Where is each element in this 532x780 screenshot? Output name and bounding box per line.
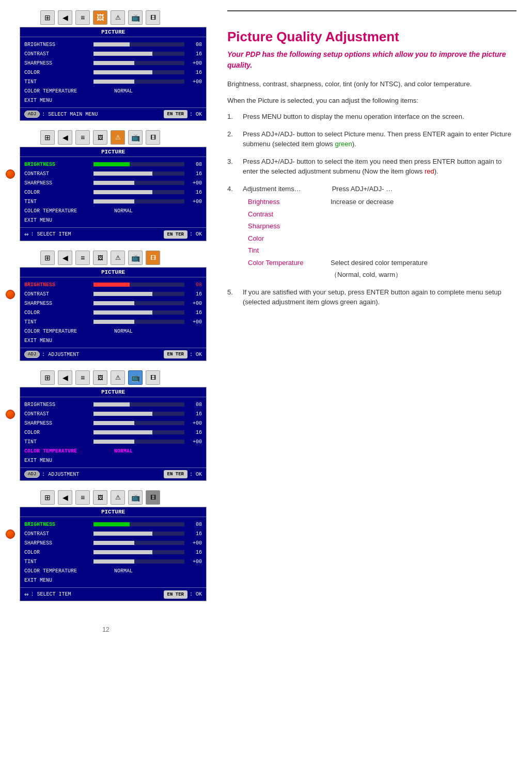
osd-indicator-2 bbox=[5, 130, 15, 179]
right-panel: Picture Quality Adjustment Your PDP has … bbox=[212, 0, 532, 780]
step-item-4: 4. Adjustment items… Press ADJ+/ADJ- … B… bbox=[227, 184, 517, 280]
icon-menu3: ≡ bbox=[75, 251, 90, 265]
indicator-circle-2 bbox=[6, 169, 15, 179]
left-panel: ⊞ ◀ ≡ 🖼 ⚠ 📺 🎞 PICTURE BRIGHTNESS08 CONTR… bbox=[0, 0, 212, 780]
subtitle: Your PDP has the following setup options… bbox=[227, 49, 517, 71]
osd-title-5: PICTURE bbox=[20, 507, 206, 517]
adjustment-table: Brightness Increase or decrease Contrast… bbox=[248, 197, 517, 280]
adj-item-brightness: Brightness bbox=[248, 197, 331, 207]
icon-bar-5: ⊞ ◀ ≡ 🖼 ⚠ 📺 🎞 bbox=[20, 490, 207, 505]
osd-rows-2: BRIGHTNESS08 CONTRAST16 SHARPNESS+00 COL… bbox=[20, 157, 206, 227]
osd-indicator-4 bbox=[5, 370, 15, 419]
osd-title-2: PICTURE bbox=[20, 147, 206, 157]
adj-header-press: Press ADJ+/ADJ- … bbox=[332, 184, 393, 194]
icon-position: ⊞ bbox=[40, 10, 55, 25]
icon-film5: 🎞 bbox=[146, 490, 160, 505]
step-item-2: 2. Press ADJ+/ADJ- button to select Pict… bbox=[227, 129, 517, 149]
osd-panel-5: PICTURE BRIGHTNESS08 CONTRAST16 SHARPNES… bbox=[20, 507, 207, 601]
adj-row-colortemp: Color Temperature Select desired color t… bbox=[248, 258, 517, 268]
osd-bottom-2: ⇔: SELECT ITEM EN TER: OK bbox=[20, 227, 206, 241]
osd-panel-1: PICTURE BRIGHTNESS08 CONTRAST16 SHARPNES… bbox=[20, 27, 207, 121]
step-content-5: If you are satisfied with your setup, pr… bbox=[243, 287, 517, 307]
step-item-3: 3. Press ADJ+/ADJ- button to select the … bbox=[227, 157, 517, 177]
step-num-1: 1. bbox=[227, 112, 238, 122]
osd-bottom-3: ADJ: ADJUSTMENT EN TER: OK bbox=[20, 348, 206, 361]
osd-section-4: ⊞ ◀ ≡ 🖼 ⚠ 📺 🎞 PICTURE BRIGHTNESS08 CONTR… bbox=[5, 370, 207, 481]
icon-back: ◀ bbox=[58, 10, 72, 25]
adj-row-brightness: Brightness Increase or decrease bbox=[248, 197, 517, 207]
icon-menu5: ≡ bbox=[75, 490, 90, 505]
icon-warn: ⚠ bbox=[111, 10, 125, 25]
osd-rows-3: BRIGHTNESS08 CONTRAST16 SHARPNESS+00 COL… bbox=[20, 277, 206, 348]
icon-pic5: 🖼 bbox=[93, 490, 107, 505]
step-num-4: 4. bbox=[227, 184, 238, 280]
adj-row-contrast: Contrast bbox=[248, 209, 517, 220]
icon-tv5: 📺 bbox=[128, 490, 143, 505]
icon-pos3: ⊞ bbox=[40, 251, 55, 265]
step-num-2: 2. bbox=[227, 129, 238, 149]
icon-pic3: 🖼 bbox=[93, 251, 107, 265]
adj-header-items: Adjustment items… bbox=[243, 184, 301, 194]
indicator-circle-3 bbox=[6, 290, 15, 299]
adj-item-tint: Tint bbox=[248, 245, 331, 256]
icon-film2: 🎞 bbox=[146, 130, 160, 145]
osd-title-1: PICTURE bbox=[20, 27, 206, 37]
icon-film3: 🎞 bbox=[146, 251, 160, 265]
step-item-5: 5. If you are satisfied with your setup,… bbox=[227, 287, 517, 307]
icon-back2: ◀ bbox=[58, 130, 72, 145]
osd-bottom-4: ADJ: ADJUSTMENT EN TER: OK bbox=[20, 467, 206, 480]
step-content-2: Press ADJ+/ADJ- button to select Picture… bbox=[243, 129, 517, 149]
page-title: Picture Quality Adjustment bbox=[227, 29, 517, 45]
adj-item-color: Color bbox=[248, 233, 331, 244]
osd-section-2: ⊞ ◀ ≡ 🖼 ⚠ 📺 🎞 PICTURE BRIGHTNESS08 CONTR… bbox=[5, 130, 207, 241]
osd-panel-2: PICTURE BRIGHTNESS08 CONTRAST16 SHARPNES… bbox=[20, 147, 207, 241]
indicator-circle-4 bbox=[6, 410, 15, 419]
osd-rows-5: BRIGHTNESS08 CONTRAST16 SHARPNESS+00 COL… bbox=[20, 517, 206, 587]
body-text-1: Brightness, contrast, sharpness, color, … bbox=[227, 79, 517, 89]
osd-section-5: ⊞ ◀ ≡ 🖼 ⚠ 📺 🎞 PICTURE BRIGHTNESS08 CONTR… bbox=[5, 490, 207, 601]
step-item-1: 1. Press MENU button to display the menu… bbox=[227, 112, 517, 122]
icon-film4: 🎞 bbox=[146, 370, 160, 385]
adj-row-tint: Tint bbox=[248, 245, 517, 256]
body-text-2: When the Picture is selected, you can ad… bbox=[227, 96, 517, 106]
icon-back5: ◀ bbox=[58, 490, 72, 505]
step-content-3: Press ADJ+/ADJ- button to select the ite… bbox=[243, 157, 517, 177]
icon-warn3: ⚠ bbox=[111, 251, 125, 265]
adj-item-sharpness: Sharpness bbox=[248, 221, 331, 231]
icon-menu4: ≡ bbox=[75, 370, 90, 385]
page-number: 12 bbox=[5, 626, 207, 633]
osd-indicator-1 bbox=[5, 10, 15, 50]
icon-back4: ◀ bbox=[58, 370, 72, 385]
osd-bottom-5: ⇔: SELECT ITEM EN TER: OK bbox=[20, 587, 206, 601]
icon-film: 🎞 bbox=[146, 10, 160, 25]
icon-bar-3: ⊞ ◀ ≡ 🖼 ⚠ 📺 🎞 bbox=[20, 251, 207, 265]
step-num-3: 3. bbox=[227, 157, 238, 177]
icon-back3: ◀ bbox=[58, 251, 72, 265]
icon-tv4: 📺 bbox=[128, 370, 143, 385]
osd-panel-4: PICTURE BRIGHTNESS08 CONTRAST16 SHARPNES… bbox=[20, 387, 207, 481]
icon-tv: 📺 bbox=[128, 10, 143, 25]
osd-title-4: PICTURE bbox=[20, 387, 206, 397]
icon-pos5: ⊞ bbox=[40, 490, 55, 505]
icon-pic4: 🖼 bbox=[93, 370, 107, 385]
icon-tv2: 📺 bbox=[128, 130, 143, 145]
adj-item-contrast: Contrast bbox=[248, 209, 331, 220]
adj-sub-colortemp: （Normal, cold, warm） bbox=[248, 270, 517, 280]
icon-picture: 🖼 bbox=[93, 10, 107, 25]
step-content-4: Adjustment items… Press ADJ+/ADJ- … Brig… bbox=[243, 184, 517, 280]
icon-pos4: ⊞ bbox=[40, 370, 55, 385]
adj-desc-colortemp: Select desired color temperature bbox=[331, 258, 428, 268]
adj-item-colortemp: Color Temperature bbox=[248, 258, 331, 268]
icon-pic2: 🖼 bbox=[93, 130, 107, 145]
icon-menu: ≡ bbox=[75, 10, 90, 25]
icon-warn2: ⚠ bbox=[111, 130, 125, 145]
icon-bar-4: ⊞ ◀ ≡ 🖼 ⚠ 📺 🎞 bbox=[20, 370, 207, 385]
adj-row-sharpness: Sharpness bbox=[248, 221, 517, 231]
icon-warn4: ⚠ bbox=[111, 370, 125, 385]
top-border bbox=[227, 10, 517, 19]
osd-title-3: PICTURE bbox=[20, 268, 206, 277]
icon-menu2: ≡ bbox=[75, 130, 90, 145]
osd-rows-1: BRIGHTNESS08 CONTRAST16 SHARPNESS+00 COL… bbox=[20, 37, 206, 107]
step-content-1: Press MENU button to display the menu op… bbox=[243, 112, 517, 122]
icon-pos2: ⊞ bbox=[40, 130, 55, 145]
